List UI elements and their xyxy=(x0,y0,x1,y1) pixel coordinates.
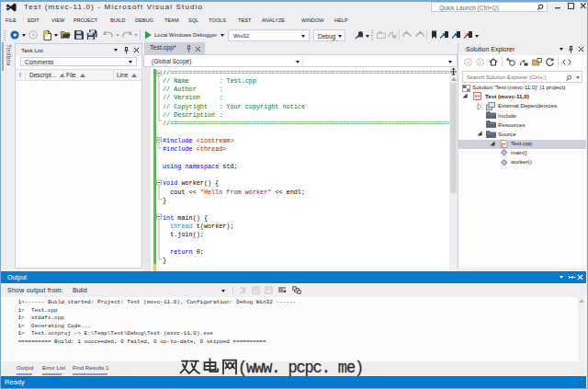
svg-text:(www. pcpc. me): (www. pcpc. me) xyxy=(238,358,363,377)
